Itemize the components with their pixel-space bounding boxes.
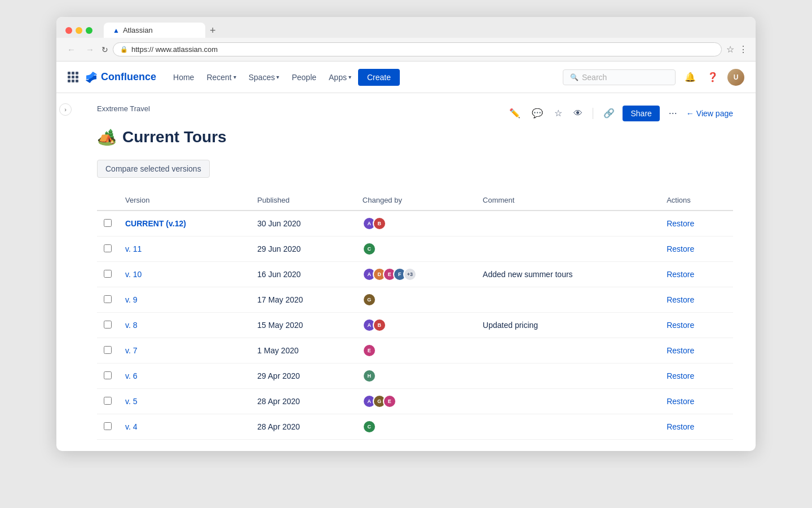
nav-apps[interactable]: Apps ▾: [323, 68, 357, 86]
minimize-button[interactable]: [76, 27, 82, 34]
version-link[interactable]: v. 9: [125, 295, 138, 304]
maximize-button[interactable]: [86, 27, 92, 34]
browser-tab[interactable]: ▲ Atlassian: [104, 23, 205, 38]
toolbar-actions: ☆ ⋮: [726, 44, 748, 55]
restore-link[interactable]: Restore: [667, 219, 694, 228]
nav-links: Home Recent ▾ Spaces ▾ People Apps ▾ Cre…: [167, 68, 561, 86]
changed-by-avatars: AB: [356, 211, 476, 237]
recent-chevron-icon: ▾: [233, 74, 236, 80]
create-button[interactable]: Create: [358, 69, 400, 86]
back-button[interactable]: ←: [64, 43, 78, 55]
col-checkbox: [97, 191, 118, 211]
view-page-label: View page: [696, 109, 733, 118]
published-date: 29 Apr 2020: [250, 364, 356, 389]
published-date: 28 Apr 2020: [250, 389, 356, 414]
table-header: Version Published Changed by Comment Act…: [97, 191, 733, 211]
row-checkbox[interactable]: [104, 295, 112, 303]
row-checkbox[interactable]: [104, 244, 112, 252]
address-bar[interactable]: 🔒 https:// www.atlassian.com: [113, 42, 722, 56]
versions-table: Version Published Changed by Comment Act…: [97, 191, 733, 440]
search-placeholder: Search: [582, 73, 607, 82]
restore-link[interactable]: Restore: [667, 295, 694, 304]
star-icon[interactable]: ☆: [726, 44, 734, 55]
restore-link[interactable]: Restore: [667, 346, 694, 355]
share-button[interactable]: Share: [623, 106, 659, 121]
changed-by-avatars: G: [356, 287, 476, 313]
version-link[interactable]: v. 10: [125, 270, 142, 279]
avatar: C: [363, 420, 376, 433]
col-changed-by: Changed by: [356, 191, 476, 211]
restore-link[interactable]: Restore: [667, 397, 694, 406]
nav-spaces[interactable]: Spaces ▾: [243, 68, 285, 86]
watch-button[interactable]: 👁: [570, 105, 586, 122]
user-avatar[interactable]: U: [727, 69, 744, 86]
close-button[interactable]: [65, 27, 72, 34]
published-date: 28 Apr 2020: [250, 414, 356, 440]
comment-text: [476, 287, 660, 313]
version-link[interactable]: v. 7: [125, 346, 138, 355]
nav-people[interactable]: People: [286, 68, 322, 86]
confluence-logo[interactable]: Confluence: [85, 71, 156, 84]
comment-text: [476, 364, 660, 389]
copy-link-button[interactable]: 🔗: [600, 104, 618, 122]
row-checkbox[interactable]: [104, 371, 112, 379]
help-button[interactable]: ❓: [705, 69, 721, 85]
published-date: 30 Jun 2020: [250, 211, 356, 237]
avatar: B: [373, 318, 386, 332]
arrow-left-icon: ←: [686, 109, 694, 118]
restore-link[interactable]: Restore: [667, 270, 694, 279]
row-checkbox[interactable]: [104, 219, 112, 227]
sidebar-toggle-button[interactable]: ›: [59, 103, 72, 116]
row-checkbox[interactable]: [104, 321, 112, 329]
version-link[interactable]: v. 5: [125, 397, 138, 406]
restore-link[interactable]: Restore: [667, 321, 694, 330]
comment-text: [476, 237, 660, 262]
col-comment: Comment: [476, 191, 660, 211]
version-link[interactable]: v. 8: [125, 321, 138, 330]
tab-title: Atlassian: [123, 26, 153, 34]
notifications-button[interactable]: 🔔: [682, 69, 698, 85]
nav-home[interactable]: Home: [167, 68, 200, 86]
row-checkbox[interactable]: [104, 270, 112, 278]
new-tab-button[interactable]: +: [205, 25, 220, 37]
menu-icon[interactable]: ⋮: [739, 44, 748, 55]
comment-button[interactable]: 💬: [528, 104, 546, 122]
nav-recent[interactable]: Recent ▾: [201, 68, 241, 86]
row-checkbox[interactable]: [104, 422, 112, 430]
nav-right: 🔍 Search 🔔 ❓ U: [563, 69, 744, 86]
apps-chevron-icon: ▾: [348, 74, 351, 80]
star-button[interactable]: ☆: [551, 104, 566, 122]
version-link[interactable]: v. 4: [125, 422, 138, 431]
people-label: People: [292, 73, 316, 82]
comment-text: Updated pricing: [476, 313, 660, 338]
compare-label: Compare selected versions: [105, 164, 201, 173]
toolbar-divider: [593, 108, 593, 119]
restore-link[interactable]: Restore: [667, 422, 694, 431]
app-switcher-icon[interactable]: [68, 72, 78, 82]
row-checkbox[interactable]: [104, 346, 112, 354]
row-checkbox[interactable]: [104, 397, 112, 405]
published-date: 17 May 2020: [250, 287, 356, 313]
create-label: Create: [367, 73, 391, 82]
changed-by-avatars: C: [356, 414, 476, 440]
version-link[interactable]: v. 11: [125, 244, 142, 253]
atlassian-icon: ▲: [113, 27, 120, 34]
view-page-link[interactable]: ← View page: [686, 109, 733, 118]
restore-link[interactable]: Restore: [667, 371, 694, 380]
published-date: 1 May 2020: [250, 338, 356, 364]
more-actions-button[interactable]: ···: [664, 105, 682, 121]
changed-by-avatars: AGE: [356, 389, 476, 414]
version-link[interactable]: CURRENT (v.12): [125, 219, 186, 228]
search-box[interactable]: 🔍 Search: [563, 69, 676, 85]
traffic-lights: [65, 27, 92, 34]
refresh-button[interactable]: ↻: [102, 45, 108, 54]
forward-button[interactable]: →: [83, 43, 97, 55]
col-version: Version: [118, 191, 250, 211]
restore-link[interactable]: Restore: [667, 244, 694, 253]
spaces-chevron-icon: ▾: [276, 74, 279, 80]
version-link[interactable]: v. 6: [125, 371, 138, 380]
compare-versions-button[interactable]: Compare selected versions: [97, 160, 210, 178]
avatar-count: +3: [403, 268, 417, 281]
table-row: v. 917 May 2020GRestore: [97, 287, 733, 313]
edit-button[interactable]: ✏️: [506, 104, 524, 122]
